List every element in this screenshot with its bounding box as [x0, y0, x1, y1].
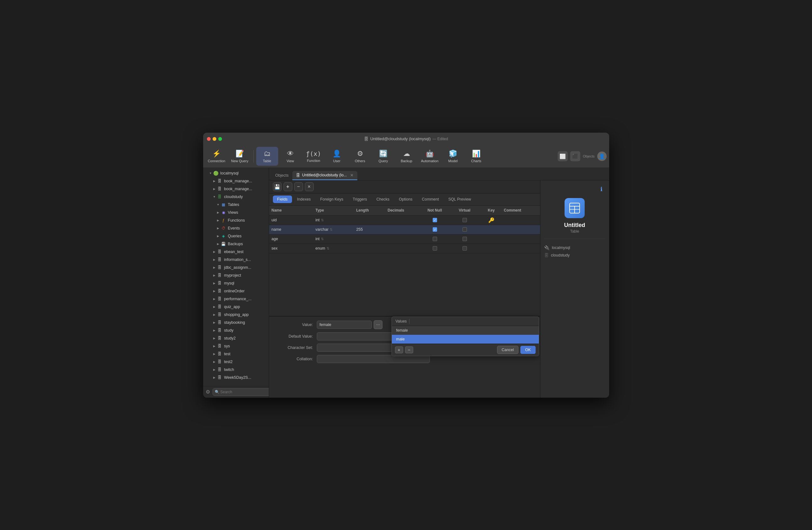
sidebar-item-cloudstudy[interactable]: ▼ 🗄 cloudstudy [204, 193, 267, 200]
info-server-row: 🔌 localmysql [544, 244, 605, 251]
close-button[interactable]: × [305, 182, 314, 191]
toolbar-backup[interactable]: ☁ Backup [396, 147, 418, 166]
type-select-uid[interactable]: int [316, 218, 320, 222]
sidebar-item-study2[interactable]: ▶ 🗄 study2 [204, 334, 267, 342]
table-row[interactable]: sex enum ⇅ [269, 244, 540, 253]
remove-field-button[interactable]: − [294, 182, 303, 191]
add-enum-button[interactable]: + [395, 346, 403, 353]
value-input[interactable] [317, 321, 372, 329]
field-virtual-uid[interactable] [451, 218, 479, 222]
tab-triggers[interactable]: Triggers [348, 196, 371, 203]
tab-close-icon[interactable]: ✕ [350, 173, 353, 178]
sidebar-item-tables[interactable]: ▼ ▦ Tables [204, 201, 267, 208]
maximize-button[interactable] [218, 137, 222, 141]
field-notnull-uid[interactable] [419, 218, 451, 222]
sidebar-item-study[interactable]: ▶ 🗄 study [204, 326, 267, 334]
type-select-name[interactable]: varchar [316, 227, 329, 232]
toolbar-query[interactable]: 🔄 Query [373, 147, 394, 166]
table-row[interactable]: name varchar ⇅ 255 [269, 225, 540, 235]
field-virtual-age[interactable] [451, 237, 479, 241]
sidebar-item-test2[interactable]: ▶ 🗄 test2 [204, 358, 267, 366]
toolbar-user[interactable]: 👤 User [326, 147, 348, 166]
toolbar-model[interactable]: 🧊 Model [442, 147, 464, 166]
cancel-button[interactable]: Cancel [497, 346, 519, 354]
toolbar-charts[interactable]: 📊 Charts [465, 147, 487, 166]
user-avatar[interactable]: 👤 [597, 152, 607, 161]
close-button[interactable] [207, 137, 211, 141]
study-expand: ▶ [212, 328, 217, 333]
virtual-checkbox-sex[interactable] [463, 246, 467, 251]
toolbar-others[interactable]: ⚙ Others [349, 147, 371, 166]
sidebar-item-week5[interactable]: ▶ 🗄 Week5Day2S... [204, 374, 267, 381]
sidebar-item-book2[interactable]: ▶ 🗄 book_manage... [204, 185, 267, 193]
col-header-virtual: Virtual [451, 208, 479, 212]
settings-icon[interactable]: ⚙ [206, 389, 210, 395]
sidebar-item-views[interactable]: ▶ ◉ Views [204, 209, 267, 216]
sidebar-item-backups[interactable]: ▶ 💾 Backups [204, 240, 267, 248]
notnull-checkbox-uid[interactable] [433, 218, 437, 222]
tab-current[interactable]: 🗄 Untitled@cloudstudy (lo... ✕ [292, 171, 357, 180]
tab-fields[interactable]: Fields [273, 196, 292, 203]
field-virtual-sex[interactable] [451, 246, 479, 251]
backups-icon: 💾 [221, 241, 227, 247]
remove-enum-button[interactable]: − [405, 346, 413, 353]
sidebar-item-queries[interactable]: ▶ ◈ Queries [204, 232, 267, 240]
save-button[interactable]: 💾 [273, 182, 282, 191]
sidebar-item-info[interactable]: ▶ 🗄 information_s... [204, 256, 267, 263]
toolbar-table[interactable]: 🗂 Table [256, 147, 278, 166]
notnull-checkbox-sex[interactable] [433, 246, 437, 251]
sidebar-item-book1[interactable]: ▶ 🗄 book_manage... [204, 177, 267, 185]
dropdown-item-female[interactable]: female [392, 326, 539, 335]
type-select-age[interactable]: int [316, 237, 320, 241]
notnull-checkbox-name[interactable] [433, 227, 437, 232]
tab-indexes[interactable]: Indexes [293, 196, 315, 203]
sidebar-item-myproject[interactable]: ▶ 🗄 myproject [204, 271, 267, 279]
sidebar-item-onlineorder[interactable]: ▶ 🗄 onlineOrder [204, 287, 267, 295]
search-input[interactable] [213, 388, 269, 396]
tab-foreign-keys[interactable]: Foreign Keys [316, 196, 348, 203]
sidebar-item-events[interactable]: ▶ ⏱ Events [204, 224, 267, 232]
sidebar-root[interactable]: ▼ 🟢 localmysql [204, 169, 267, 177]
sidebar-item-functions[interactable]: ▶ ƒ Functions [204, 217, 267, 224]
value-browse-button[interactable]: ⋯ [374, 320, 382, 329]
field-virtual-name[interactable] [451, 227, 479, 232]
virtual-checkbox-age[interactable] [463, 237, 467, 241]
sidebar-item-perf[interactable]: ▶ 🗄 performance_... [204, 295, 267, 303]
sidebar-toggle-btn[interactable]: ⬜ [558, 151, 568, 161]
toolbar-function[interactable]: ƒ(x) Function [303, 147, 325, 166]
field-name-uid: uid [272, 218, 316, 222]
add-field-button[interactable]: + [284, 182, 292, 191]
dropdown-item-male[interactable]: male [392, 335, 539, 344]
tab-objects[interactable]: Objects [272, 171, 292, 180]
field-notnull-age[interactable] [419, 237, 451, 241]
tab-comment[interactable]: Comment [417, 196, 443, 203]
table-row[interactable]: age int ⇅ [269, 235, 540, 244]
table-row[interactable]: uid int ⇅ [269, 215, 540, 225]
ok-button[interactable]: OK [520, 346, 535, 354]
tab-options[interactable]: Options [394, 196, 417, 203]
toolbar-new-query[interactable]: 📝 New Query [229, 147, 251, 166]
toolbar-view[interactable]: 👁 View [279, 147, 302, 166]
sidebar-item-mysql[interactable]: ▶ 🗄 mysql [204, 279, 267, 287]
field-notnull-name[interactable] [419, 227, 451, 232]
sidebar-item-shopping[interactable]: ▶ 🗄 shopping_app [204, 311, 267, 318]
virtual-checkbox-uid[interactable] [463, 218, 467, 222]
sidebar-item-twitch[interactable]: ▶ 🗄 twitch [204, 366, 267, 374]
sidebar-item-staybooking[interactable]: ▶ 🗄 staybooking [204, 319, 267, 326]
field-notnull-sex[interactable] [419, 246, 451, 251]
minimize-button[interactable] [213, 137, 216, 141]
toolbar-automation[interactable]: 🤖 Automation [419, 147, 441, 166]
toolbar-connection[interactable]: ⚡ Connection [206, 147, 228, 166]
sidebar-item-sys[interactable]: ▶ 🗄 sys [204, 342, 267, 350]
col-header-name: Name [272, 208, 316, 212]
type-select-sex[interactable]: enum [316, 246, 325, 251]
sidebar-item-quiz[interactable]: ▶ 🗄 quiz_app [204, 303, 267, 310]
sidebar-item-ebean[interactable]: ▶ 🗄 ebean_test [204, 248, 267, 255]
sidebar-item-test[interactable]: ▶ 🗄 test [204, 350, 267, 358]
notnull-checkbox-age[interactable] [433, 237, 437, 241]
layout-btn[interactable]: ⬛ [570, 151, 580, 161]
tab-checks[interactable]: Checks [372, 196, 394, 203]
virtual-checkbox-name[interactable] [463, 227, 467, 232]
tab-sql-preview[interactable]: SQL Preview [444, 196, 475, 203]
sidebar-item-jdbc[interactable]: ▶ 🗄 jdbc_assignm... [204, 264, 267, 271]
